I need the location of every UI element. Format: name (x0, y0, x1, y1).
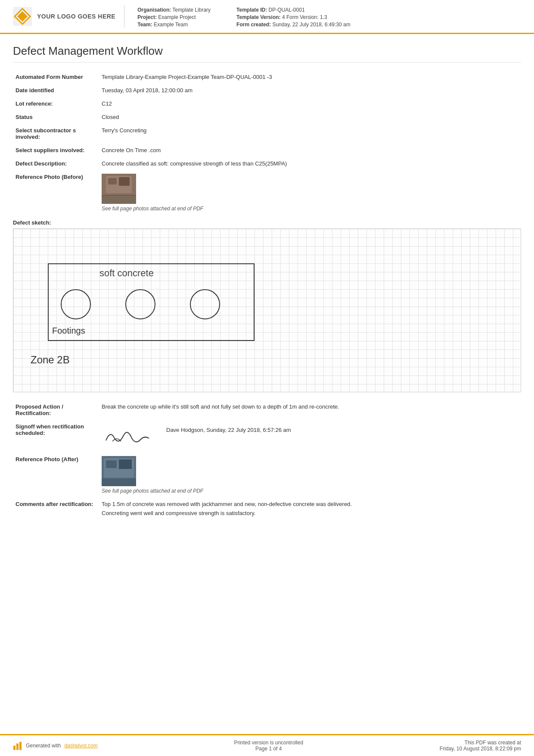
of-label: of 4 (273, 746, 282, 752)
select-subcontractors-row: Select subcontractor s involved: Terry's… (13, 124, 521, 144)
proposed-action-label: Proposed Action / Rectification: (13, 400, 99, 420)
form-created-label: Form created: (236, 22, 271, 28)
page: YOUR LOGO GOES HERE Organisation: Templa… (0, 0, 534, 756)
page-info: Page 1 of 4 (234, 746, 303, 752)
date-identified-label: Date identified (13, 84, 99, 97)
footer: Generated with dashpivot.com Printed ver… (0, 734, 534, 756)
reference-photo-before-image (102, 174, 136, 204)
select-suppliers-label: Select suppliers involved: (13, 144, 99, 157)
footer-center: Printed version is uncontrolled Page 1 o… (234, 740, 303, 752)
signoff-cell: Dave Hodgson, Sunday, 22 July 2018, 6:57… (99, 420, 521, 453)
project-row: Project: Example Project (137, 14, 211, 20)
org-label: Organisation: (137, 7, 171, 13)
select-subcontractors-label: Select subcontractor s involved: (13, 124, 99, 144)
sketch-content: soft concrete Footings Zone 2B (13, 229, 521, 392)
status-label: Status (13, 110, 99, 124)
comments-label: Comments after rectification: (13, 497, 99, 520)
signature-image (102, 423, 153, 449)
reference-photo-before-cell: See full page photos attached at end of … (99, 170, 521, 215)
form-version-value: 1.3 (320, 14, 327, 20)
defect-description-label: Defect Description: (13, 157, 99, 170)
pdf-created-value: Friday, 10 August 2018, 8:22:09 pm (440, 746, 521, 752)
select-subcontractors-value: Terry's Concreting (99, 124, 521, 144)
form-version-label: Form Version: (286, 14, 319, 20)
status-value: Closed (99, 110, 521, 124)
document-title: Defect Management Workflow (13, 44, 521, 62)
team-label: Team: (137, 22, 152, 28)
main-content: Defect Management Workflow Automated For… (0, 34, 534, 734)
sketch-circle-1 (61, 289, 91, 319)
reference-photo-before-row: Reference Photo (Before) (13, 170, 521, 215)
comments-value-1: Top 1.5m of concrete was removed with ja… (102, 501, 518, 507)
template-id-label: Template ID: (236, 7, 267, 13)
reference-photo-before-label: Reference Photo (Before) (13, 170, 99, 215)
header-meta: Organisation: Template Library Project: … (137, 5, 521, 28)
date-identified-row: Date identified Tuesday, 03 April 2018, … (13, 84, 521, 97)
reference-photo-after-note: See full page photos attached at end of … (102, 488, 518, 494)
sketch-zone-label: Zone 2B (31, 354, 70, 366)
pdf-created-label: This PDF was created at (440, 740, 521, 746)
header-meta-left: Organisation: Template Library Project: … (137, 7, 211, 28)
comments-cell: Top 1.5m of concrete was removed with ja… (99, 497, 521, 520)
svg-rect-6 (119, 177, 130, 186)
svg-rect-16 (19, 742, 22, 750)
signoff-row: Signoff when rectification scheduled: Da… (13, 420, 521, 453)
svg-rect-15 (16, 744, 19, 750)
reference-photo-after-row: Reference Photo (After) See full pag (13, 453, 521, 497)
sketch-footings-label: Footings (52, 326, 85, 336)
sketch-circle-3 (190, 289, 220, 319)
team-row: Team: Example Team (137, 22, 211, 28)
form-fields-table-2: Proposed Action / Rectification: Break t… (13, 400, 521, 520)
automated-form-number-row: Automated Form Number Template Library-E… (13, 70, 521, 84)
template-version-row: Template Version: 4 Form Version: 1.3 (236, 14, 351, 20)
svg-rect-5 (108, 178, 117, 184)
svg-rect-7 (102, 195, 136, 204)
logo-text: YOUR LOGO GOES HERE (37, 13, 115, 20)
logo-area: YOUR LOGO GOES HERE (13, 5, 124, 28)
sketch-circle-2 (125, 289, 155, 319)
org-value: Template Library (172, 7, 211, 13)
defect-sketch-container: soft concrete Footings Zone 2B (13, 228, 521, 392)
defect-description-value: Concrete classified as soft: compressive… (99, 157, 521, 170)
comments-value-2: Concreting went well and compressive str… (102, 510, 518, 516)
page-label: Page 1 (255, 746, 272, 752)
select-suppliers-value: Concrete On Time .com (99, 144, 521, 157)
reference-photo-after-cell: See full page photos attached at end of … (99, 453, 521, 497)
header-meta-right: Template ID: DP-QUAL-0001 Template Versi… (236, 7, 351, 28)
select-suppliers-row: Select suppliers involved: Concrete On T… (13, 144, 521, 157)
svg-rect-11 (106, 460, 117, 468)
svg-rect-12 (119, 459, 132, 469)
signoff-value: Dave Hodgson, Sunday, 22 July 2018, 6:57… (166, 423, 291, 433)
reference-photo-before-note: See full page photos attached at end of … (102, 206, 518, 212)
comments-row: Comments after rectification: Top 1.5m o… (13, 497, 521, 520)
dashpivot-link[interactable]: dashpivot.com (64, 743, 97, 749)
project-label: Project: (137, 14, 157, 20)
form-created-row: Form created: Sunday, 22 July 2018, 6:49… (236, 22, 351, 28)
defect-sketch-section: Defect sketch: soft concrete Footings Zo… (13, 219, 521, 392)
sketch-soft-concrete-label: soft concrete (99, 268, 154, 279)
svg-rect-13 (102, 478, 136, 486)
signoff-label: Signoff when rectification scheduled: (13, 420, 99, 453)
lot-reference-label: Lot reference: (13, 97, 99, 110)
logo-icon (13, 7, 32, 26)
team-value: Example Team (154, 22, 188, 28)
header: YOUR LOGO GOES HERE Organisation: Templa… (0, 0, 534, 34)
lot-reference-value: C12 (99, 97, 521, 110)
defect-sketch-label: Defect sketch: (13, 219, 521, 226)
svg-rect-14 (13, 746, 16, 750)
defect-description-row: Defect Description: Concrete classified … (13, 157, 521, 170)
proposed-action-row: Proposed Action / Rectification: Break t… (13, 400, 521, 420)
reference-photo-after-label: Reference Photo (After) (13, 453, 99, 497)
signature-area: Dave Hodgson, Sunday, 22 July 2018, 6:57… (102, 423, 518, 449)
automated-form-number-label: Automated Form Number (13, 70, 99, 84)
status-row: Status Closed (13, 110, 521, 124)
form-created-value: Sunday, 22 July 2018, 6:49:30 am (272, 22, 350, 28)
lot-reference-row: Lot reference: C12 (13, 97, 521, 110)
proposed-action-value: Break the concrete up while it's still s… (99, 400, 521, 420)
generated-label: Generated with (26, 743, 61, 749)
uncontrolled-text: Printed version is uncontrolled (234, 740, 303, 746)
reference-photo-after-image (102, 456, 136, 486)
date-identified-value: Tuesday, 03 April 2018, 12:00:00 am (99, 84, 521, 97)
template-id-value: DP-QUAL-0001 (269, 7, 305, 13)
dashpivot-logo-icon (13, 741, 22, 750)
